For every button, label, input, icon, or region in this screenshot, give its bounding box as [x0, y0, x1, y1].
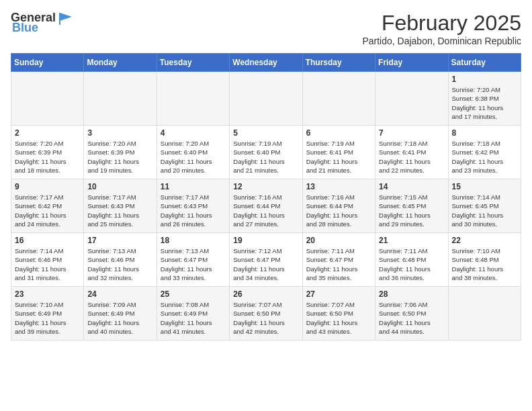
day-info: Sunrise: 7:15 AM Sunset: 6:45 PM Dayligh… [379, 193, 444, 228]
calendar-cell: 25Sunrise: 7:08 AM Sunset: 6:49 PM Dayli… [157, 287, 229, 340]
calendar-cell: 3Sunrise: 7:20 AM Sunset: 6:39 PM Daylig… [84, 126, 157, 179]
weekday-header-tuesday: Tuesday [157, 54, 229, 72]
day-number: 10 [87, 182, 152, 191]
day-info: Sunrise: 7:07 AM Sunset: 6:50 PM Dayligh… [233, 300, 298, 336]
calendar-cell: 11Sunrise: 7:17 AM Sunset: 6:43 PM Dayli… [157, 179, 229, 233]
calendar-table: SundayMondayTuesdayWednesdayThursdayFrid… [11, 53, 521, 340]
calendar-cell [11, 72, 84, 126]
calendar-week-row: 1Sunrise: 7:20 AM Sunset: 6:38 PM Daylig… [11, 72, 521, 126]
day-number: 16 [15, 236, 80, 245]
calendar-cell: 16Sunrise: 7:14 AM Sunset: 6:46 PM Dayli… [11, 233, 84, 287]
day-info: Sunrise: 7:10 AM Sunset: 6:48 PM Dayligh… [452, 246, 517, 282]
day-number: 26 [233, 289, 298, 299]
day-info: Sunrise: 7:11 AM Sunset: 6:47 PM Dayligh… [306, 246, 371, 282]
calendar-cell: 17Sunrise: 7:13 AM Sunset: 6:46 PM Dayli… [84, 233, 157, 287]
calendar-cell: 19Sunrise: 7:12 AM Sunset: 6:47 PM Dayli… [230, 233, 302, 287]
weekday-header-monday: Monday [84, 54, 157, 72]
day-number: 24 [87, 289, 152, 299]
weekday-header-friday: Friday [375, 54, 448, 72]
calendar-cell [448, 287, 521, 340]
day-info: Sunrise: 7:13 AM Sunset: 6:47 PM Dayligh… [161, 246, 226, 282]
day-info: Sunrise: 7:18 AM Sunset: 6:42 PM Dayligh… [452, 139, 517, 175]
month-title: February 2025 [362, 11, 521, 36]
weekday-header-wednesday: Wednesday [230, 54, 302, 72]
day-number: 19 [233, 236, 298, 245]
day-number: 5 [233, 128, 298, 138]
calendar-cell: 8Sunrise: 7:18 AM Sunset: 6:42 PM Daylig… [448, 126, 521, 179]
calendar-cell: 20Sunrise: 7:11 AM Sunset: 6:47 PM Dayli… [302, 233, 375, 287]
day-info: Sunrise: 7:06 AM Sunset: 6:50 PM Dayligh… [379, 300, 444, 336]
calendar-cell: 9Sunrise: 7:17 AM Sunset: 6:42 PM Daylig… [11, 179, 84, 233]
calendar-cell [230, 72, 302, 126]
calendar-cell: 12Sunrise: 7:16 AM Sunset: 6:44 PM Dayli… [230, 179, 302, 233]
weekday-header-sunday: Sunday [11, 54, 84, 72]
day-number: 22 [452, 236, 517, 245]
calendar-cell: 15Sunrise: 7:14 AM Sunset: 6:45 PM Dayli… [448, 179, 521, 233]
day-number: 9 [15, 182, 80, 191]
logo: General Blue [11, 11, 75, 35]
day-number: 18 [161, 236, 226, 245]
day-number: 3 [87, 128, 152, 138]
weekday-header-row: SundayMondayTuesdayWednesdayThursdayFrid… [11, 54, 521, 72]
calendar-cell: 7Sunrise: 7:18 AM Sunset: 6:41 PM Daylig… [375, 126, 448, 179]
calendar-cell: 26Sunrise: 7:07 AM Sunset: 6:50 PM Dayli… [230, 287, 302, 340]
day-info: Sunrise: 7:19 AM Sunset: 6:40 PM Dayligh… [233, 139, 298, 175]
calendar-cell: 2Sunrise: 7:20 AM Sunset: 6:39 PM Daylig… [11, 126, 84, 179]
day-info: Sunrise: 7:13 AM Sunset: 6:46 PM Dayligh… [87, 246, 152, 282]
day-info: Sunrise: 7:20 AM Sunset: 6:39 PM Dayligh… [87, 139, 152, 175]
day-number: 2 [15, 128, 80, 138]
calendar-week-row: 9Sunrise: 7:17 AM Sunset: 6:42 PM Daylig… [11, 179, 521, 233]
calendar-cell [375, 72, 448, 126]
logo-flag-icon [57, 11, 73, 25]
logo-blue: Blue [12, 21, 38, 35]
day-info: Sunrise: 7:08 AM Sunset: 6:49 PM Dayligh… [161, 300, 226, 336]
calendar-cell: 21Sunrise: 7:11 AM Sunset: 6:48 PM Dayli… [375, 233, 448, 287]
day-number: 4 [161, 128, 226, 138]
calendar-cell: 18Sunrise: 7:13 AM Sunset: 6:47 PM Dayli… [157, 233, 229, 287]
day-number: 8 [452, 128, 517, 138]
day-number: 7 [379, 128, 444, 138]
day-info: Sunrise: 7:16 AM Sunset: 6:44 PM Dayligh… [306, 193, 371, 228]
day-info: Sunrise: 7:20 AM Sunset: 6:38 PM Dayligh… [452, 85, 517, 121]
day-info: Sunrise: 7:14 AM Sunset: 6:46 PM Dayligh… [15, 246, 80, 282]
day-info: Sunrise: 7:16 AM Sunset: 6:44 PM Dayligh… [233, 193, 298, 228]
day-info: Sunrise: 7:17 AM Sunset: 6:42 PM Dayligh… [15, 193, 80, 228]
day-info: Sunrise: 7:12 AM Sunset: 6:47 PM Dayligh… [233, 246, 298, 282]
day-number: 6 [306, 128, 371, 138]
day-number: 28 [379, 289, 444, 299]
day-number: 23 [15, 289, 80, 299]
calendar-cell: 27Sunrise: 7:07 AM Sunset: 6:50 PM Dayli… [302, 287, 375, 340]
day-info: Sunrise: 7:17 AM Sunset: 6:43 PM Dayligh… [161, 193, 226, 228]
weekday-header-thursday: Thursday [302, 54, 375, 72]
day-number: 14 [379, 182, 444, 191]
calendar-cell: 22Sunrise: 7:10 AM Sunset: 6:48 PM Dayli… [448, 233, 521, 287]
day-number: 17 [87, 236, 152, 245]
day-info: Sunrise: 7:20 AM Sunset: 6:40 PM Dayligh… [161, 139, 226, 175]
calendar-cell: 5Sunrise: 7:19 AM Sunset: 6:40 PM Daylig… [230, 126, 302, 179]
day-number: 1 [452, 75, 517, 84]
day-number: 13 [306, 182, 371, 191]
day-number: 12 [233, 182, 298, 191]
day-info: Sunrise: 7:11 AM Sunset: 6:48 PM Dayligh… [379, 246, 444, 282]
day-number: 25 [161, 289, 226, 299]
calendar-cell: 24Sunrise: 7:09 AM Sunset: 6:49 PM Dayli… [84, 287, 157, 340]
day-info: Sunrise: 7:14 AM Sunset: 6:45 PM Dayligh… [452, 193, 517, 228]
calendar-cell: 28Sunrise: 7:06 AM Sunset: 6:50 PM Dayli… [375, 287, 448, 340]
day-info: Sunrise: 7:10 AM Sunset: 6:49 PM Dayligh… [15, 300, 80, 336]
header: General Blue February 2025 Partido, Daja… [11, 11, 521, 46]
day-info: Sunrise: 7:07 AM Sunset: 6:50 PM Dayligh… [306, 300, 371, 336]
day-info: Sunrise: 7:17 AM Sunset: 6:43 PM Dayligh… [87, 193, 152, 228]
calendar-cell: 1Sunrise: 7:20 AM Sunset: 6:38 PM Daylig… [448, 72, 521, 126]
calendar-cell: 6Sunrise: 7:19 AM Sunset: 6:41 PM Daylig… [302, 126, 375, 179]
calendar-cell [84, 72, 157, 126]
day-info: Sunrise: 7:09 AM Sunset: 6:49 PM Dayligh… [87, 300, 152, 336]
day-number: 27 [306, 289, 371, 299]
calendar-cell [157, 72, 229, 126]
day-number: 21 [379, 236, 444, 245]
calendar-week-row: 23Sunrise: 7:10 AM Sunset: 6:49 PM Dayli… [11, 287, 521, 340]
title-area: February 2025 Partido, Dajabon, Dominica… [362, 11, 521, 46]
subtitle: Partido, Dajabon, Dominican Republic [362, 36, 521, 46]
day-info: Sunrise: 7:19 AM Sunset: 6:41 PM Dayligh… [306, 139, 371, 175]
calendar-cell: 4Sunrise: 7:20 AM Sunset: 6:40 PM Daylig… [157, 126, 229, 179]
calendar-cell: 13Sunrise: 7:16 AM Sunset: 6:44 PM Dayli… [302, 179, 375, 233]
